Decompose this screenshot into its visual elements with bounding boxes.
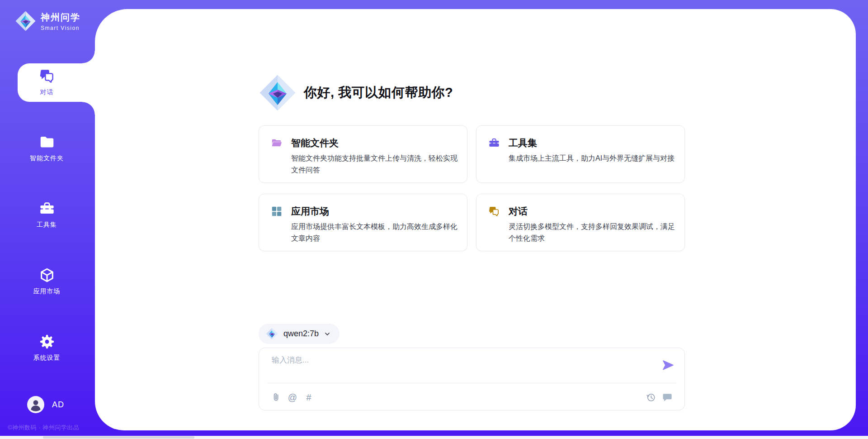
card-description: 智能文件夹功能支持批量文件上传与清洗，轻松实现文件问答 [291, 153, 459, 176]
sidebar: 神州问学 Smart Vision 对话 智能文件夹 [0, 0, 95, 439]
card-title: 工具集 [509, 137, 537, 149]
sidebar-item-label: 智能文件夹 [0, 154, 94, 162]
chevron-down-icon [323, 330, 331, 338]
sidebar-item-label: 对话 [0, 88, 94, 96]
folder-open-icon [271, 137, 283, 149]
sidebar-item-label: 应用市场 [0, 287, 94, 296]
message-composer: @ # [259, 348, 685, 410]
scrollbar-thumb[interactable] [43, 436, 194, 439]
sidebar-item-settings[interactable]: 系统设置 [0, 334, 94, 362]
card-chat[interactable]: 对话 灵活切换多模型文件，支持多样回复效果调试，满足个性化需求 [476, 194, 685, 251]
card-smart-folder[interactable]: 智能文件夹 智能文件夹功能支持批量文件上传与清洗，轻松实现文件问答 [259, 125, 467, 183]
user-initials: AD [52, 400, 64, 410]
sidebar-item-label: 系统设置 [0, 354, 94, 362]
brand-tagline: Smart Vision [41, 25, 80, 31]
card-description: 灵活切换多模型文件，支持多样回复效果调试，满足个性化需求 [509, 221, 677, 244]
main-panel: 你好, 我可以如何帮助你? 智能文件夹 智能文件夹功能支持批量文件上传与清洗，轻… [95, 9, 856, 430]
feature-cards: 智能文件夹 智能文件夹功能支持批量文件上传与清洗，轻松实现文件问答 工具 [259, 125, 685, 251]
card-app-market[interactable]: 应用市场 应用市场提供丰富长文本模板，助力高效生成多样化文章内容 [259, 194, 467, 251]
tab-fillet-top [82, 51, 95, 63]
chat-icon [39, 68, 55, 84]
diamond-icon [15, 10, 36, 32]
card-description: 应用市场提供丰富长文本模板，助力高效生成多样化文章内容 [291, 221, 459, 244]
copyright-footer: ©神州数码 · 神州问学出品 [8, 424, 94, 432]
greeting-title: 你好, 我可以如何帮助你? [304, 84, 453, 102]
send-icon[interactable] [662, 359, 675, 372]
hash-icon[interactable]: # [303, 392, 314, 403]
sidebar-item-chat[interactable]: 对话 [0, 68, 94, 96]
brand-name: 神州问学 [41, 11, 80, 24]
app-window: 你好, 我可以如何帮助你? 智能文件夹 智能文件夹功能支持批量文件上传与清洗，轻… [0, 0, 868, 439]
chat-bubble-icon[interactable] [662, 392, 673, 403]
diamond-icon [266, 328, 278, 340]
folder-icon [39, 134, 55, 150]
chat-icon [488, 205, 500, 217]
brand-logo: 神州问学 Smart Vision [15, 10, 80, 32]
sidebar-item-label: 工具集 [0, 221, 94, 229]
paperclip-icon[interactable] [271, 392, 282, 403]
model-name: qwen2:7b [283, 329, 319, 339]
sidebar-item-toolset[interactable]: 工具集 [0, 200, 94, 229]
diamond-icon [259, 74, 297, 112]
gear-icon [39, 334, 55, 350]
composer-divider [267, 383, 676, 383]
horizontal-scrollbar[interactable] [0, 436, 868, 439]
greeting-block: 你好, 我可以如何帮助你? [259, 74, 453, 112]
card-title: 应用市场 [291, 205, 329, 218]
card-toolset[interactable]: 工具集 集成市场上主流工具，助力AI与外界无缝扩展与对接 [476, 125, 685, 183]
message-input[interactable] [272, 355, 651, 378]
history-icon[interactable] [646, 392, 656, 403]
grid-icon [271, 205, 283, 217]
sidebar-item-app-market[interactable]: 应用市场 [0, 267, 94, 296]
cube-icon [39, 267, 55, 283]
model-selector[interactable]: qwen2:7b [259, 324, 340, 344]
card-title: 智能文件夹 [291, 137, 339, 149]
card-description: 集成市场上主流工具，助力AI与外界无缝扩展与对接 [509, 153, 677, 164]
user-account[interactable]: AD [27, 396, 64, 413]
tab-fillet-bottom [82, 102, 95, 115]
at-icon[interactable]: @ [287, 392, 298, 403]
card-title: 对话 [509, 205, 528, 218]
toolbox-icon [488, 137, 500, 149]
toolbox-icon [39, 200, 55, 217]
sidebar-item-smart-folder[interactable]: 智能文件夹 [0, 134, 94, 162]
person-icon [27, 396, 44, 413]
